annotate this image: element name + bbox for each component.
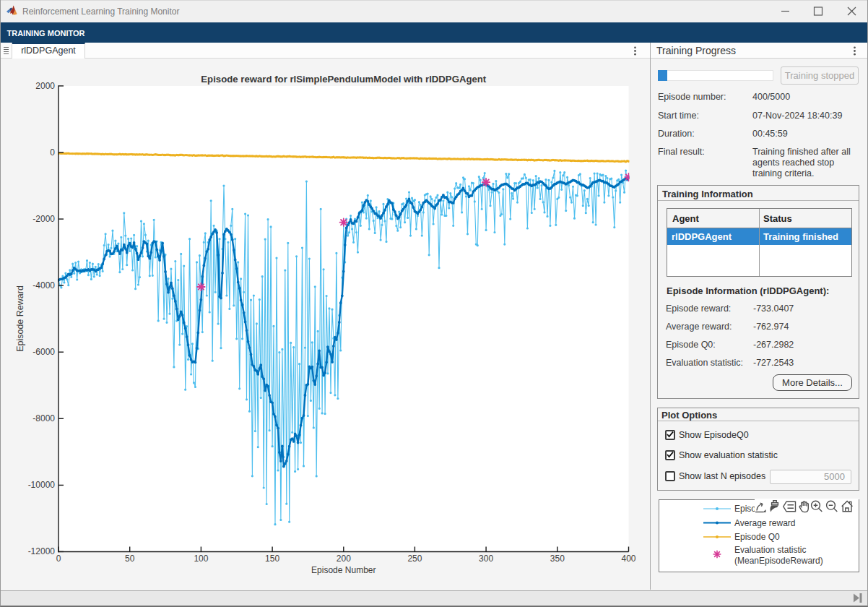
svg-text:-4000: -4000 (32, 280, 55, 290)
svg-text:-8000: -8000 (32, 413, 55, 423)
svg-text:400: 400 (621, 554, 635, 564)
svg-text:(MeanEpisodeReward): (MeanEpisodeReward) (734, 556, 823, 566)
svg-text:Episode reward for rlSimplePen: Episode reward for rlSimplePendulumModel… (201, 74, 487, 85)
svg-text:2000: 2000 (35, 81, 55, 91)
svg-text:-2000: -2000 (32, 214, 55, 224)
svg-text:Episode Reward: Episode Reward (15, 285, 25, 352)
svg-text:50: 50 (125, 554, 135, 564)
svg-text:Evaluation statistic: Evaluation statistic (734, 545, 806, 555)
svg-text:-10000: -10000 (28, 480, 56, 490)
svg-text:Episode Number: Episode Number (311, 565, 376, 575)
svg-text:-12000: -12000 (28, 546, 56, 556)
svg-text:Episode Q0: Episode Q0 (734, 532, 780, 542)
svg-text:0: 0 (56, 554, 61, 564)
svg-text:-6000: -6000 (32, 347, 55, 357)
svg-text:150: 150 (265, 554, 279, 564)
svg-text:100: 100 (194, 554, 208, 564)
svg-text:300: 300 (479, 554, 493, 564)
svg-text:250: 250 (407, 554, 422, 564)
svg-text:0: 0 (50, 147, 55, 158)
svg-text:200: 200 (337, 554, 351, 564)
svg-text:350: 350 (550, 554, 565, 564)
svg-text:Average reward: Average reward (734, 518, 796, 528)
